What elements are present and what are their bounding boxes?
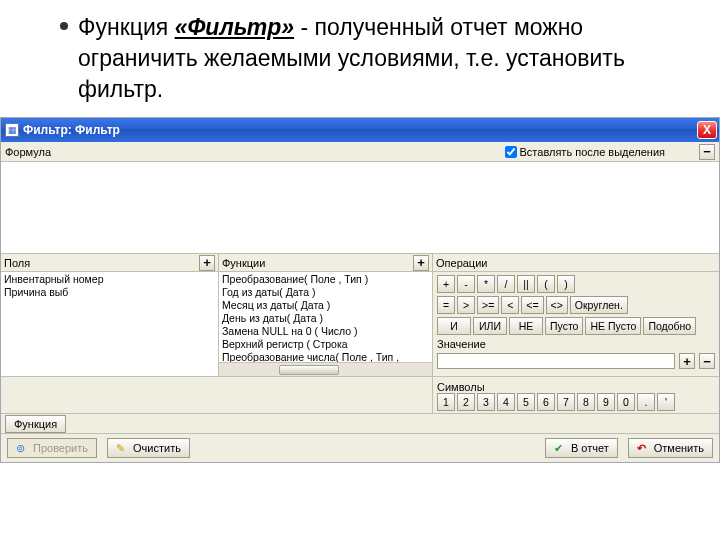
- sym-4[interactable]: 4: [497, 393, 515, 411]
- insert-after-selection-label: Вставлять после выделения: [520, 146, 665, 158]
- op-round[interactable]: Округлен.: [570, 296, 628, 314]
- sym-1[interactable]: 1: [437, 393, 455, 411]
- sym-dot[interactable]: .: [637, 393, 655, 411]
- formula-remove-button[interactable]: −: [699, 144, 715, 160]
- op-eq[interactable]: =: [437, 296, 455, 314]
- sym-6[interactable]: 6: [537, 393, 555, 411]
- op-minus[interactable]: -: [457, 275, 475, 293]
- op-notnull[interactable]: НЕ Пусто: [585, 317, 641, 335]
- list-item[interactable]: Инвентарный номер: [4, 273, 215, 286]
- op-not[interactable]: НЕ: [509, 317, 543, 335]
- operators-row-3: И ИЛИ НЕ Пусто НЕ Пусто Подобно: [437, 317, 715, 335]
- op-isnull[interactable]: Пусто: [545, 317, 583, 335]
- slide-caption: Функция «Фильтр» - полученный отчет можн…: [0, 0, 720, 113]
- sym-0[interactable]: 0: [617, 393, 635, 411]
- fields-column: Поля + Инвентарный номер Причина выб: [1, 254, 219, 376]
- sym-3[interactable]: 3: [477, 393, 495, 411]
- list-item[interactable]: Верхний регистр ( Строка: [222, 338, 429, 351]
- op-gt[interactable]: >: [457, 296, 475, 314]
- cancel-button[interactable]: ↶ Отменить: [628, 438, 713, 458]
- functions-add-button[interactable]: +: [413, 255, 429, 271]
- op-neq[interactable]: <>: [546, 296, 568, 314]
- op-and[interactable]: И: [437, 317, 471, 335]
- functions-column: Функции + Преобразование( Поле , Тип ) Г…: [219, 254, 433, 376]
- op-rparen[interactable]: ): [557, 275, 575, 293]
- value-remove-button[interactable]: −: [699, 353, 715, 369]
- filter-window: ▦ Фильтр: Фильтр X Формула Вставлять пос…: [0, 117, 720, 463]
- bottom-toolbar: ⊚ Проверить ✎ Очистить ✔ В отчет ↶ Отмен…: [1, 434, 719, 462]
- op-concat[interactable]: ||: [517, 275, 535, 293]
- check-icon: ✔: [554, 442, 566, 454]
- op-mul[interactable]: *: [477, 275, 495, 293]
- op-lparen[interactable]: (: [537, 275, 555, 293]
- check-icon: ⊚: [16, 442, 28, 454]
- app-icon: ▦: [5, 123, 19, 137]
- functions-horizontal-scrollbar[interactable]: [219, 362, 432, 376]
- op-lt[interactable]: <: [501, 296, 519, 314]
- insert-after-selection-input[interactable]: [505, 146, 517, 158]
- list-item[interactable]: Преобразование числа( Поле , Тип ,: [222, 351, 429, 362]
- functions-listbox[interactable]: Преобразование( Поле , Тип ) Год из даты…: [219, 272, 432, 362]
- list-item[interactable]: Преобразование( Поле , Тип ): [222, 273, 429, 286]
- titlebar: ▦ Фильтр: Фильтр X: [1, 118, 719, 142]
- operators-row-1: + - * / || ( ): [437, 275, 715, 293]
- op-or[interactable]: ИЛИ: [473, 317, 507, 335]
- formula-header-row: Формула Вставлять после выделения −: [1, 142, 719, 162]
- list-item[interactable]: День из даты( Дата ): [222, 312, 429, 325]
- op-gte[interactable]: >=: [477, 296, 499, 314]
- fields-header: Поля: [4, 257, 30, 269]
- formula-textarea[interactable]: [1, 162, 719, 254]
- sym-9[interactable]: 9: [597, 393, 615, 411]
- functions-header: Функции: [222, 257, 265, 269]
- formula-label: Формула: [5, 146, 51, 158]
- undo-icon: ↶: [637, 442, 649, 454]
- op-div[interactable]: /: [497, 275, 515, 293]
- value-input[interactable]: [437, 353, 675, 369]
- function-tab[interactable]: Функция: [5, 415, 66, 433]
- sym-5[interactable]: 5: [517, 393, 535, 411]
- bullet-function-name: «Фильтр»: [175, 14, 294, 40]
- bullet-pre: Функция: [78, 14, 175, 40]
- operations-column: Операции + - * / || ( ) = > >= < <=: [433, 254, 719, 376]
- function-tab-bar: Функция: [1, 414, 719, 434]
- symbols-row: 1 2 3 4 5 6 7 8 9 0 . ': [437, 393, 715, 411]
- close-button[interactable]: X: [697, 121, 717, 139]
- clear-button[interactable]: ✎ Очистить: [107, 438, 190, 458]
- list-item[interactable]: Месяц из даты( Дата ): [222, 299, 429, 312]
- check-label: Проверить: [33, 442, 88, 454]
- list-item[interactable]: Причина выб: [4, 286, 215, 299]
- op-lte[interactable]: <=: [521, 296, 543, 314]
- operators-row-2: = > >= < <= <> Округлен.: [437, 296, 715, 314]
- broom-icon: ✎: [116, 442, 128, 454]
- insert-after-selection-checkbox[interactable]: Вставлять после выделения: [505, 146, 665, 158]
- sym-quote[interactable]: ': [657, 393, 675, 411]
- value-add-button[interactable]: +: [679, 353, 695, 369]
- symbols-label: Символы: [437, 381, 715, 393]
- window-title: Фильтр: Фильтр: [23, 123, 120, 137]
- cancel-label: Отменить: [654, 442, 704, 454]
- sym-8[interactable]: 8: [577, 393, 595, 411]
- scrollbar-thumb[interactable]: [279, 365, 339, 375]
- fields-listbox[interactable]: Инвентарный номер Причина выб: [1, 272, 218, 376]
- list-item[interactable]: Замена NULL на 0 ( Число ): [222, 325, 429, 338]
- op-plus[interactable]: +: [437, 275, 455, 293]
- bullet-icon: [60, 22, 68, 30]
- bullet-text: Функция «Фильтр» - полученный отчет можн…: [78, 12, 680, 105]
- value-label: Значение: [437, 338, 486, 350]
- list-item[interactable]: Год из даты( Дата ): [222, 286, 429, 299]
- clear-label: Очистить: [133, 442, 181, 454]
- fields-add-button[interactable]: +: [199, 255, 215, 271]
- save-label: В отчет: [571, 442, 609, 454]
- save-to-report-button[interactable]: ✔ В отчет: [545, 438, 618, 458]
- middle-columns: Поля + Инвентарный номер Причина выб Фун…: [1, 254, 719, 377]
- operations-header: Операции: [436, 257, 487, 269]
- check-button: ⊚ Проверить: [7, 438, 97, 458]
- sym-2[interactable]: 2: [457, 393, 475, 411]
- sym-7[interactable]: 7: [557, 393, 575, 411]
- op-like[interactable]: Подобно: [643, 317, 696, 335]
